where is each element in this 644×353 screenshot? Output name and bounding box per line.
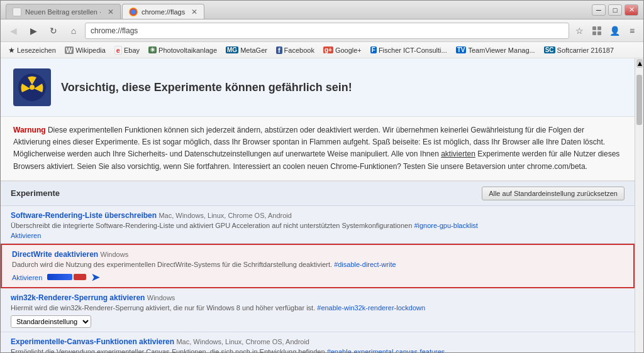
tab-1-favicon: [13, 8, 21, 16]
svg-rect-3: [597, 31, 601, 35]
svg-rect-2: [592, 31, 596, 35]
exp1-platform: Mac, Windows, Linux, Chrome OS, Android: [158, 212, 292, 219]
bookmark-teamviewer-label: TeamViewer Manag...: [468, 46, 535, 54]
warning-label: Warnung: [13, 126, 46, 134]
tab-2[interactable]: chrome://flags ✕: [122, 4, 204, 19]
exp2-activate[interactable]: Aktivieren: [12, 274, 42, 281]
address-text: chrome://flags: [91, 26, 138, 35]
exp1-desc: Überschreibt die integrierte Software-Re…: [11, 221, 625, 231]
minimize-button[interactable]: ─: [592, 4, 606, 16]
extensions-icon[interactable]: [589, 23, 604, 38]
bookmark-metager-label: MetaGer: [240, 46, 267, 54]
warning-body: Warnung Diese experimentellen Funktionen…: [1, 117, 635, 182]
bookmark-softcarrier-label: Softcarrier 216187: [557, 46, 614, 54]
star-icon[interactable]: ☆: [572, 23, 587, 38]
arrow-right-icon: ➤: [91, 271, 99, 283]
close-button[interactable]: ✕: [625, 4, 638, 16]
experiment-item-1: Software-Rendering-Liste überschreiben M…: [1, 206, 635, 244]
exp1-link[interactable]: #ignore-gpu-blacklist: [414, 222, 478, 229]
window-controls: ─ □ ✕: [592, 4, 638, 16]
tab-2-close[interactable]: ✕: [191, 8, 197, 16]
tab-1-label: Neuen Beitrag erstellen ·: [25, 8, 101, 16]
experiment-item-3: win32k-Renderer-Sperrung aktivieren Wind…: [1, 288, 635, 332]
exp1-title[interactable]: Software-Rendering-Liste überschreiben: [11, 211, 157, 220]
bookmarks-bar: ★ Lesezeichen W Wikipedia e Ebay ☀ Photo…: [1, 42, 643, 58]
exp3-platform: Windows: [147, 294, 175, 301]
warning-title: Vorsichtig, diese Experimente können gef…: [61, 81, 352, 94]
page-area: Vorsichtig, diese Experimente können gef…: [1, 58, 643, 352]
scrollbar-thumb[interactable]: [636, 75, 642, 125]
bookmark-metager[interactable]: MG MetaGer: [222, 45, 271, 55]
browser-window: Neuen Beitrag erstellen · ✕ chrome://fla…: [0, 0, 644, 353]
exp3-link[interactable]: #enable-win32k-renderer-lockdown: [317, 304, 425, 312]
bookmark-googleplus-label: Google+: [335, 46, 362, 54]
home-icon: ⌂: [71, 26, 76, 36]
exp2-desc: Dadurch wird die Nutzung des experimente…: [12, 260, 623, 269]
bookmark-googleplus[interactable]: g+ Google+: [319, 45, 365, 55]
warning-text: Diese experimentellen Funktionen können …: [13, 126, 619, 171]
svg-rect-1: [597, 26, 601, 30]
minimize-icon: ─: [596, 6, 601, 14]
exp3-title[interactable]: win32k-Renderer-Sperrung aktivieren: [11, 293, 145, 302]
address-bar[interactable]: chrome://flags: [85, 23, 569, 39]
navigation-toolbar: ◀ ▶ ↻ ⌂ chrome://flags ☆ 👤 ≡: [1, 19, 643, 42]
bookmark-teamviewer[interactable]: TV TeamViewer Manag...: [452, 45, 539, 55]
refresh-icon: ↻: [50, 26, 57, 36]
back-button[interactable]: ◀: [4, 23, 22, 39]
refresh-button[interactable]: ↻: [45, 23, 62, 39]
experiments-title: Experimente: [11, 188, 60, 198]
exp3-dropdown[interactable]: Standardeinstellung Aktiviert Deaktivier…: [11, 315, 91, 328]
back-icon: ◀: [10, 26, 17, 36]
tab-2-favicon: [129, 8, 138, 16]
exp4-desc: Ermöglicht die Verwendung experimentelle…: [11, 347, 625, 352]
maximize-button[interactable]: □: [608, 4, 622, 16]
svg-rect-0: [592, 26, 596, 30]
experiment-item-4: Experimentelle-Canvas-Funktionen aktivie…: [1, 332, 635, 352]
titlebar: Neuen Beitrag erstellen · ✕ chrome://fla…: [1, 1, 643, 19]
exp3-desc: Hiermit wird die win32k-Renderer-Sperrun…: [11, 303, 625, 313]
bookmark-lesezeichen-label: Lesezeichen: [17, 46, 56, 54]
close-icon: ✕: [629, 6, 635, 14]
menu-icon[interactable]: ≡: [625, 23, 640, 38]
experiment-item-2: DirectWrite deaktivieren Windows Dadurch…: [1, 244, 635, 288]
bookmark-wikipedia[interactable]: W Wikipedia: [61, 45, 109, 55]
bookmark-photovoltaik[interactable]: ☀ Photovoltaikanlage: [145, 45, 221, 55]
page-content: Vorsichtig, diese Experimente können gef…: [1, 58, 635, 352]
svg-point-5: [30, 85, 35, 90]
activation-indicator: [47, 274, 86, 280]
experiments-section: Experimente Alle auf Standardeinstellung…: [1, 182, 635, 352]
reset-button[interactable]: Alle auf Standardeinstellung zurücksetze…: [482, 187, 625, 200]
toolbar-right: ☆ 👤 ≡: [572, 23, 640, 38]
scrollbar[interactable]: ▲: [635, 58, 643, 352]
bookmark-softcarrier[interactable]: SC Softcarrier 216187: [540, 45, 618, 55]
bookmark-ebay[interactable]: e Ebay: [111, 45, 143, 56]
home-button[interactable]: ⌂: [65, 23, 82, 39]
bookmark-lesezeichen[interactable]: ★ Lesezeichen: [4, 45, 60, 56]
bookmark-wikipedia-label: Wikipedia: [75, 46, 106, 54]
warning-header: Vorsichtig, diese Experimente können gef…: [1, 58, 635, 117]
exp4-platform: Mac, Windows, Linux, Chrome OS, Android: [176, 338, 309, 345]
tab-1[interactable]: Neuen Beitrag erstellen · ✕: [6, 4, 121, 19]
forward-button[interactable]: ▶: [25, 23, 42, 39]
exp4-title[interactable]: Experimentelle-Canvas-Funktionen aktivie…: [11, 337, 174, 346]
exp1-activate[interactable]: Aktivieren: [11, 232, 625, 239]
exp4-link[interactable]: #enable-experimental-canvas-features: [327, 348, 445, 352]
exp2-platform: Windows: [101, 251, 129, 258]
bookmark-ebay-label: Ebay: [124, 46, 140, 54]
exp2-title[interactable]: DirectWrite deaktivieren: [12, 250, 98, 259]
bookmark-fischer-label: Fischer ICT-Consulti...: [379, 46, 447, 54]
user-icon[interactable]: 👤: [607, 23, 622, 38]
tab-strip: Neuen Beitrag erstellen · ✕ chrome://fla…: [6, 1, 204, 19]
bookmark-photovoltaik-label: Photovoltaikanlage: [158, 46, 217, 54]
exp2-link[interactable]: #disable-direct-write: [334, 261, 396, 268]
tab-2-label: chrome://flags: [142, 8, 185, 16]
experiments-header: Experimente Alle auf Standardeinstellung…: [1, 182, 635, 206]
bookmark-facebook-label: Facebook: [284, 46, 314, 54]
tab-1-close[interactable]: ✕: [108, 8, 114, 16]
forward-icon: ▶: [30, 26, 37, 36]
scroll-up-button[interactable]: ▲: [636, 59, 643, 68]
bookmark-facebook[interactable]: f Facebook: [272, 45, 318, 55]
radiation-icon: [13, 68, 51, 106]
bookmark-fischer[interactable]: F Fischer ICT-Consulti...: [367, 45, 451, 55]
maximize-icon: □: [613, 6, 618, 14]
